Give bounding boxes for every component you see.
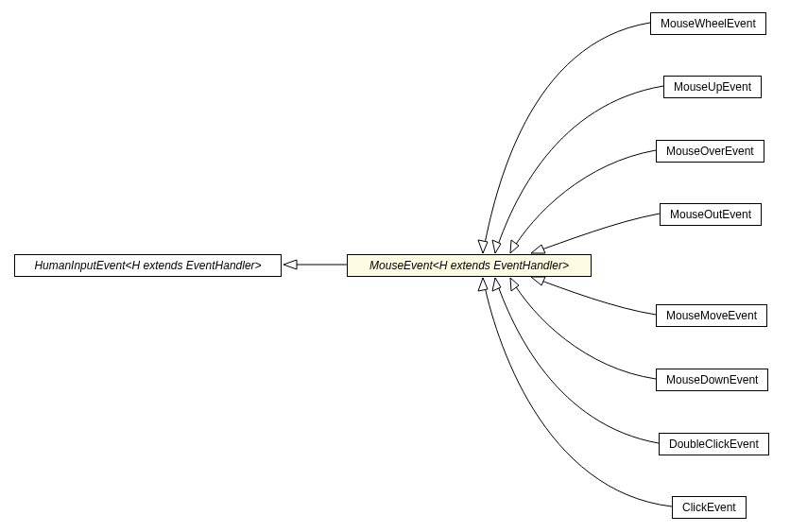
edge-doubleclick: [495, 278, 659, 443]
arrowhead-click: [478, 278, 488, 291]
node-mouse-down-event[interactable]: MouseDownEvent: [656, 369, 768, 391]
arrowhead-mousemove: [531, 277, 545, 285]
node-mouse-over-event[interactable]: MouseOverEvent: [656, 140, 764, 163]
edge-mousewheel: [483, 23, 650, 253]
edge-mouseup: [495, 86, 663, 253]
node-mouse-out-event[interactable]: MouseOutEvent: [660, 203, 762, 226]
node-mouse-move-event[interactable]: MouseMoveEvent: [656, 304, 767, 327]
node-click-event[interactable]: ClickEvent: [672, 496, 747, 519]
arrowhead-mouseup: [492, 240, 501, 253]
arrowhead-mouseout: [531, 245, 545, 253]
edge-mousemove: [531, 277, 656, 315]
edge-mouseout: [531, 214, 660, 253]
node-mouse-event[interactable]: MouseEvent<H extends EventHandler>: [347, 254, 592, 277]
arrowhead-humaninput: [283, 260, 297, 269]
edge-mouseover: [510, 150, 656, 253]
arrowhead-mousewheel: [478, 240, 488, 253]
node-mouse-up-event[interactable]: MouseUpEvent: [663, 76, 762, 98]
edge-mousedown: [510, 278, 656, 379]
node-human-input-event[interactable]: HumanInputEvent<H extends EventHandler>: [14, 254, 282, 277]
arrowhead-doubleclick: [492, 278, 501, 291]
node-double-click-event[interactable]: DoubleClickEvent: [659, 433, 769, 455]
node-mouse-wheel-event[interactable]: MouseWheelEvent: [650, 12, 766, 35]
arrowhead-mousedown: [510, 278, 519, 291]
arrowhead-mouseover: [510, 240, 519, 253]
edge-click: [483, 278, 672, 506]
